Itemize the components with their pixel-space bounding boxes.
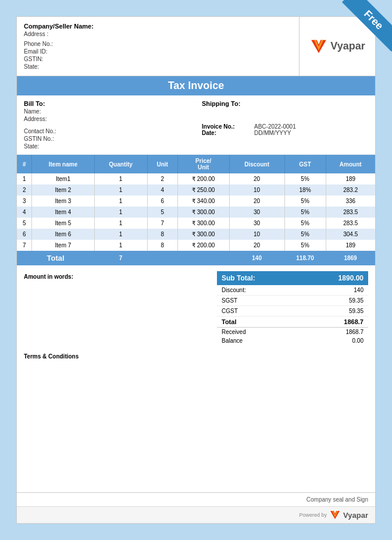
sgst-label: SGST [222, 297, 237, 304]
col-price: Price/Unit [177, 155, 229, 173]
col-amount: Amount [326, 155, 375, 173]
footer-logo-text: Vyapar [343, 511, 368, 520]
total-qty: 7 [94, 251, 147, 265]
table-cell: 283.2 [326, 184, 375, 196]
footer-vyapar-icon [329, 509, 341, 521]
table-cell: 1 [94, 173, 147, 184]
invoice-title: Tax Invoice [17, 80, 375, 92]
table-cell: 1 [94, 196, 147, 207]
total-gst: 118.70 [284, 251, 326, 265]
amount-in-words: Amount in words: [24, 271, 217, 345]
table-cell: Item 5 [32, 218, 94, 229]
table-cell: 6 [147, 196, 177, 207]
table-cell: 2 [147, 173, 177, 184]
received-label: Received [222, 329, 246, 335]
invoice-footer: Company seal and Sign [17, 492, 375, 506]
table-cell: 10 [229, 184, 284, 196]
table-cell: 10 [229, 229, 284, 240]
table-cell: 283.5 [326, 218, 375, 229]
table-cell: Item 4 [32, 207, 94, 218]
discount-row: Discount: 140 [217, 285, 368, 296]
table-cell: 2 [17, 184, 32, 196]
balance-label: Balance [222, 338, 243, 344]
table-cell: 5% [284, 240, 326, 251]
table-cell: 18% [284, 184, 326, 196]
table-cell: 4 [147, 184, 177, 196]
ribbon-label: Free [342, 0, 392, 52]
date-label: Date: [202, 130, 248, 136]
total-label: Total [17, 251, 94, 265]
terms-section: Terms & Conditions [17, 350, 375, 363]
summary-section: Amount in words: Sub Total: 1890.00 Disc… [17, 267, 375, 350]
table-footer-row: Total 7 140 118.70 1869 [17, 251, 375, 265]
table-cell: 1 [94, 218, 147, 229]
date-value: DD/MM/YYYY [254, 130, 291, 136]
invoice-header: Company/Seller Name: Address : Phone No.… [17, 17, 375, 76]
gstin-no-label: GSTIN No.: [24, 136, 190, 142]
table-row: 6Item 618₹ 300.00105%304.5 [17, 229, 375, 240]
table-cell: ₹ 300.00 [177, 229, 229, 240]
table-cell: 7 [17, 240, 32, 251]
col-discount: Discount [229, 155, 284, 173]
col-item-name: Item name [32, 155, 94, 173]
grand-total-value: 1868.7 [344, 318, 364, 325]
table-cell: ₹ 200.00 [177, 240, 229, 251]
table-cell: 304.5 [326, 229, 375, 240]
grand-total-label: Total [222, 318, 236, 325]
cgst-label: CGST [222, 308, 238, 314]
sgst-value: 59.35 [349, 297, 364, 304]
balance-row: Balance 0.00 [217, 336, 368, 345]
table-cell: Item 6 [32, 229, 94, 240]
contact-label: Contact No.: [24, 128, 190, 134]
table-cell: Item 7 [32, 240, 94, 251]
table-cell: 20 [229, 240, 284, 251]
invoice-no-row: Invoice No.: ABC-2022-0001 [202, 123, 368, 130]
invoice-no-value: ABC-2022-0001 [254, 123, 296, 130]
billing-section: Bill To: Name: Address: Contact No.: GST… [17, 95, 375, 155]
grand-total-row: Total 1868.7 [217, 317, 368, 328]
table-cell: 5% [284, 173, 326, 184]
table-cell: 20 [229, 173, 284, 184]
table-cell: 1 [94, 184, 147, 196]
table-cell: 6 [17, 229, 32, 240]
discount-label: Discount: [222, 287, 246, 293]
email-label: Email ID: [24, 48, 292, 55]
sub-total-row: Sub Total: 1890.00 [217, 271, 368, 285]
table-cell: 30 [229, 218, 284, 229]
received-value: 1868.7 [345, 329, 364, 335]
vyapar-v-icon [309, 37, 328, 56]
free-ribbon: Free [328, 0, 392, 64]
spacer [17, 363, 375, 492]
table-cell: 1 [94, 229, 147, 240]
amount-words-label: Amount in words: [24, 273, 73, 280]
table-cell: 5 [17, 218, 32, 229]
state-label: State: [24, 63, 292, 70]
table-cell: 283.5 [326, 207, 375, 218]
bill-name-label: Name: [24, 108, 190, 115]
cgst-row: CGST 59.35 [217, 306, 368, 317]
table-cell: Item 3 [32, 196, 94, 207]
terms-label: Terms & Conditions [24, 353, 79, 360]
sub-total-label: Sub Total: [222, 274, 255, 282]
col-unit: Unit [147, 155, 177, 173]
table-cell: 8 [147, 240, 177, 251]
table-cell: 5% [284, 218, 326, 229]
address-label: Address : [24, 31, 292, 37]
table-row: 3Item 316₹ 340.00205%336 [17, 196, 375, 207]
invoice-no-label: Invoice No.: [202, 123, 248, 130]
invoice-card: Company/Seller Name: Address : Phone No.… [16, 16, 376, 524]
table-cell: 5% [284, 229, 326, 240]
table-cell: ₹ 340.00 [177, 196, 229, 207]
table-row: 7Item 718₹ 200.00205%189 [17, 240, 375, 251]
col-gst: GST [284, 155, 326, 173]
balance-value: 0.00 [352, 338, 364, 344]
bill-address-label: Address: [24, 116, 190, 122]
sub-total-value: 1890.00 [338, 274, 364, 282]
table-cell: 1 [17, 173, 32, 184]
table-row: 5Item 517₹ 300.00305%283.5 [17, 218, 375, 229]
bill-to: Bill To: Name: Address: Contact No.: GST… [24, 100, 190, 150]
powered-by-text: Powered by [300, 512, 327, 518]
ship-to: Shipping To: Invoice No.: ABC-2022-0001 … [202, 100, 368, 150]
table-cell: 30 [229, 207, 284, 218]
table-row: 1Item112₹ 200.00205%189 [17, 173, 375, 184]
